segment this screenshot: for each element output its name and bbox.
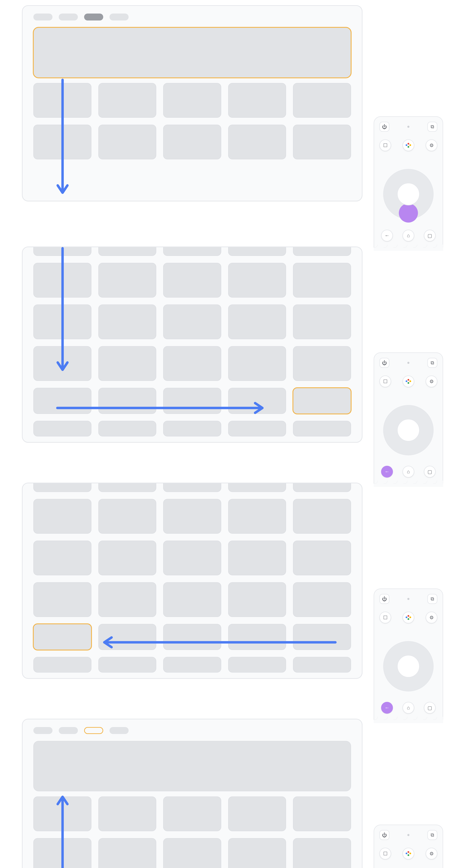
content-tile[interactable] (33, 346, 91, 381)
content-tile[interactable] (293, 838, 351, 868)
tab-pill[interactable] (59, 727, 78, 734)
content-tile[interactable] (228, 540, 286, 575)
content-tile[interactable] (163, 483, 221, 492)
content-tile[interactable] (228, 421, 286, 436)
content-tile[interactable] (98, 263, 156, 298)
content-tile[interactable] (293, 125, 351, 159)
content-tile[interactable] (228, 263, 286, 298)
content-tile[interactable] (293, 305, 351, 339)
content-tile[interactable] (98, 624, 156, 650)
hero-tile[interactable] (33, 741, 351, 791)
settings-button[interactable]: ⚙ (426, 848, 437, 860)
bookmark-button[interactable]: ☐ (379, 375, 391, 387)
content-tile[interactable] (163, 624, 221, 650)
tab-pill-focused[interactable] (84, 727, 103, 734)
content-tile[interactable] (33, 657, 91, 673)
content-tile[interactable] (163, 838, 221, 868)
content-tile[interactable] (98, 247, 156, 256)
content-tile[interactable] (228, 305, 286, 339)
bookmark-button[interactable]: ☐ (379, 848, 391, 860)
bookmark-button[interactable]: ☐ (379, 612, 391, 623)
content-tile[interactable] (33, 582, 91, 617)
content-tile[interactable] (293, 797, 351, 831)
d-pad-center[interactable] (397, 419, 420, 441)
content-tile[interactable] (98, 582, 156, 617)
content-tile[interactable] (293, 83, 351, 118)
content-tile[interactable] (163, 421, 221, 436)
content-tile[interactable] (293, 483, 351, 492)
content-tile[interactable] (228, 83, 286, 118)
content-tile[interactable] (33, 388, 91, 414)
content-tile[interactable] (98, 305, 156, 339)
content-tile[interactable] (293, 421, 351, 436)
content-tile[interactable] (293, 499, 351, 534)
tab-pill[interactable] (33, 727, 53, 734)
content-tile[interactable] (163, 797, 221, 831)
back-button-highlighted[interactable]: ← (381, 466, 393, 477)
content-tile[interactable] (293, 263, 351, 298)
d-pad[interactable] (383, 405, 434, 455)
input-button[interactable]: ⧉ (427, 358, 437, 368)
content-tile[interactable] (228, 582, 286, 617)
content-tile[interactable] (33, 540, 91, 575)
d-pad[interactable] (383, 641, 434, 691)
tab-pill[interactable] (33, 13, 53, 21)
content-tile[interactable] (228, 388, 286, 414)
content-tile[interactable] (228, 483, 286, 492)
content-tile[interactable] (98, 125, 156, 159)
d-pad[interactable] (383, 169, 434, 219)
bookmark-button[interactable]: ☐ (379, 140, 391, 151)
content-tile[interactable] (228, 346, 286, 381)
content-tile[interactable] (293, 247, 351, 256)
content-tile[interactable] (163, 499, 221, 534)
live-tv-button[interactable]: ▢ (424, 230, 436, 242)
content-tile[interactable] (163, 657, 221, 673)
content-tile[interactable] (33, 483, 91, 492)
hero-tile-focused[interactable] (33, 27, 351, 78)
tab-pill[interactable] (110, 727, 129, 734)
home-button[interactable]: ⌂ (402, 466, 414, 477)
content-tile[interactable] (228, 247, 286, 256)
back-button-highlighted[interactable]: ← (381, 702, 393, 714)
content-tile[interactable] (228, 499, 286, 534)
content-tile[interactable] (163, 582, 221, 617)
content-tile[interactable] (98, 388, 156, 414)
content-tile[interactable] (163, 346, 221, 381)
content-tile[interactable] (33, 125, 91, 159)
content-tile[interactable] (163, 263, 221, 298)
assistant-button[interactable] (402, 848, 414, 860)
tab-pill[interactable] (59, 13, 78, 21)
content-tile[interactable] (228, 797, 286, 831)
content-tile[interactable] (33, 83, 91, 118)
content-tile[interactable] (293, 346, 351, 381)
tab-pill-selected[interactable] (84, 13, 103, 21)
content-tile[interactable] (98, 540, 156, 575)
content-tile[interactable] (228, 125, 286, 159)
content-tile[interactable] (228, 838, 286, 868)
assistant-button[interactable] (402, 375, 414, 387)
d-pad-center[interactable] (397, 183, 420, 205)
content-tile[interactable] (163, 125, 221, 159)
power-button[interactable]: ⏻ (379, 358, 390, 368)
home-button[interactable]: ⌂ (402, 230, 414, 242)
content-tile[interactable] (98, 483, 156, 492)
content-tile[interactable] (228, 657, 286, 673)
content-tile[interactable] (33, 421, 91, 436)
live-tv-button[interactable]: ▢ (424, 702, 436, 714)
home-button[interactable]: ⌂ (402, 702, 414, 714)
content-tile[interactable] (33, 305, 91, 339)
settings-button[interactable]: ⚙ (426, 140, 437, 151)
content-tile[interactable] (33, 838, 91, 868)
content-tile[interactable] (293, 540, 351, 575)
content-tile[interactable] (163, 388, 221, 414)
assistant-button[interactable] (402, 612, 414, 623)
content-tile[interactable] (163, 83, 221, 118)
live-tv-button[interactable]: ▢ (424, 466, 436, 477)
content-tile[interactable] (163, 540, 221, 575)
content-tile[interactable] (228, 624, 286, 650)
back-button[interactable]: ← (381, 230, 393, 242)
input-button[interactable]: ⧉ (427, 830, 437, 840)
content-tile-focused[interactable] (33, 624, 91, 650)
d-pad-center[interactable] (397, 655, 420, 678)
content-tile[interactable] (98, 657, 156, 673)
